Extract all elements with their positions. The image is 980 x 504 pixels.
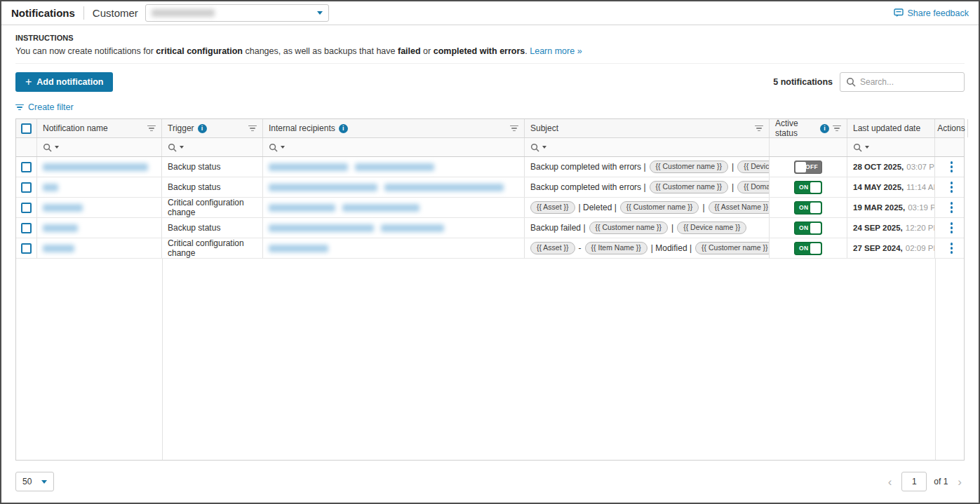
add-notification-button[interactable]: + Add notification [15,72,113,92]
select-all-checkbox[interactable] [21,123,32,134]
prev-page-button[interactable]: ‹ [885,476,895,488]
subject-text: | [702,203,704,212]
column-search-cell [770,138,847,156]
notification-name-cell [37,157,162,177]
column-filter-icon[interactable] [833,125,841,132]
column-search-cell[interactable] [525,138,770,156]
column-header-label: Actions [937,123,965,133]
row-actions-cell [935,198,968,217]
notification-name-link-redacted[interactable] [43,184,58,191]
search-icon [269,143,278,152]
learn-more-link[interactable]: Learn more » [530,46,582,56]
share-feedback-label: Share feedback [907,8,969,18]
notification-name-link-redacted[interactable] [43,204,83,212]
create-filter-link[interactable]: Create filter [15,102,74,112]
column-search-cell[interactable] [37,138,162,156]
column-filter-icon[interactable] [755,125,763,132]
notification-name-cell [37,177,162,197]
column-search-cell[interactable] [162,138,263,156]
notification-name-link-redacted[interactable] [43,224,78,232]
subject-cell: {{ Asset }}| Deleted |{{ Customer name }… [525,198,770,217]
table-body: Backup statusBackup completed with error… [16,157,964,259]
info-icon: i [820,124,829,133]
row-checkbox[interactable] [21,182,32,193]
row-actions-menu-button[interactable] [946,179,958,196]
column-filter-icon[interactable] [147,125,156,132]
subject-cell: {{ Asset }}-{{ Item Name }}| Modified |{… [525,238,770,258]
next-page-button[interactable]: › [955,476,965,488]
internal-recipients-cell [263,218,525,238]
recipient-link-redacted[interactable] [384,184,504,191]
row-actions-menu-button[interactable] [946,240,958,257]
notification-name-link-redacted[interactable] [43,163,148,171]
column-search-cell[interactable] [263,138,525,156]
column-filter-icon[interactable] [248,125,257,132]
subject-text: | Deleted | [579,203,617,212]
row-actions-menu-button[interactable] [946,158,958,175]
active-status-toggle[interactable]: ON [794,201,822,214]
column-search-cell [935,138,968,156]
notification-name-link-redacted[interactable] [43,245,74,252]
notification-count: 5 notifications [773,77,833,87]
active-status-toggle[interactable]: ON [794,222,822,235]
last-updated-date: 28 OCT 2025, [853,163,904,171]
row-actions-cell [935,238,968,258]
recipient-link-redacted[interactable] [269,224,374,232]
active-status-toggle[interactable]: OFF [794,161,822,174]
instructions-heading: INSTRUCTIONS [15,34,965,42]
kebab-icon [951,243,953,245]
column-divider [162,259,163,460]
column-search-cell[interactable] [847,138,935,156]
row-actions-menu-button[interactable] [946,219,958,236]
subject-variable-pill: {{ Customer name }} [695,242,770,255]
column-header-last-updated-date: Last updated date [847,119,935,137]
recipient-link-redacted[interactable] [269,184,377,191]
subject-variable-pill: {{ Customer name }} [620,201,699,214]
title-divider [83,6,84,20]
toggle-state-label: ON [799,184,808,191]
app-window: Notifications Customer Share feedback IN… [0,0,980,504]
row-select-cell [16,198,37,217]
active-status-cell: ON [770,198,847,217]
toggle-knob [810,243,821,254]
page-count-label: of 1 [934,477,948,486]
plus-icon: + [25,76,32,88]
row-actions-cell [935,177,968,197]
recipient-link-redacted[interactable] [342,204,419,212]
column-header-label: Last updated date [853,123,920,133]
search-icon [853,143,862,152]
last-updated-time: 03:19 PM [908,203,935,212]
column-filter-icon[interactable] [510,125,518,132]
page-size-value: 50 [22,477,32,486]
trigger-value: Critical configuration change [168,198,257,217]
recipient-link-redacted[interactable] [381,224,444,232]
subject-variable-pill: {{ Asset }} [530,201,575,214]
row-checkbox[interactable] [21,243,32,254]
search-input[interactable] [860,77,958,87]
row-checkbox[interactable] [21,223,32,233]
recipient-link-redacted[interactable] [269,163,348,171]
trigger-value: Backup status [168,223,220,233]
page-size-dropdown[interactable]: 50 [15,472,54,491]
trigger-cell: Backup status [162,177,263,197]
row-actions-menu-button[interactable] [946,199,958,216]
active-status-toggle[interactable]: ON [794,242,822,255]
subject-variable-pill: {{ Asset }} [530,242,575,255]
page-number-input[interactable] [901,472,927,491]
internal-recipients-cell [263,198,525,217]
active-status-toggle[interactable]: ON [794,181,822,194]
row-select-cell [16,177,37,197]
recipient-link-redacted[interactable] [355,163,434,171]
customer-dropdown[interactable] [145,4,329,22]
last-updated-date: 27 SEP 2024, [853,244,903,252]
internal-recipients-cell [263,238,525,258]
search-icon [43,143,52,152]
row-checkbox[interactable] [21,203,32,213]
recipient-link-redacted[interactable] [269,204,335,212]
share-feedback-link[interactable]: Share feedback [894,8,969,18]
recipient-link-redacted[interactable] [269,245,328,252]
top-bar: Notifications Customer Share feedback [1,1,979,25]
row-checkbox[interactable] [21,162,32,172]
pager: ‹ of 1 › [885,472,965,491]
trigger-value: Backup status [168,182,220,192]
